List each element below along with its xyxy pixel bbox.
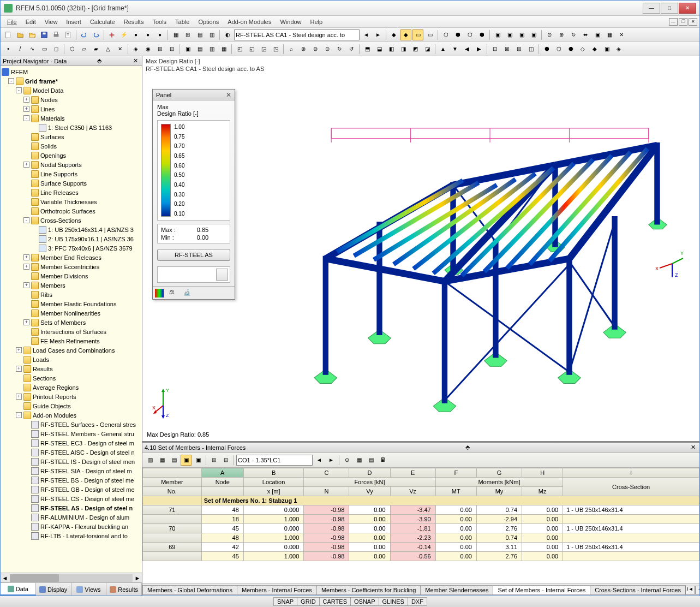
calc-icon[interactable] (106, 29, 117, 40)
tool-icon[interactable]: ◀ (462, 44, 472, 55)
t-tool-icon[interactable]: ▣ (193, 455, 204, 466)
tree-item[interactable]: Guide Objects (1, 401, 142, 410)
expand-icon[interactable]: + (23, 282, 29, 288)
tool-icon[interactable]: ▣ (504, 29, 515, 40)
tool-icon[interactable]: ▥ (206, 29, 217, 40)
t-tool-icon[interactable]: ▤ (169, 455, 180, 466)
table-close-icon[interactable]: ✕ (689, 444, 697, 451)
panel-close-icon[interactable]: ✕ (226, 91, 231, 99)
tool-icon[interactable]: ◲ (258, 44, 269, 55)
tool-icon[interactable]: ● (154, 29, 165, 40)
open-icon[interactable] (15, 29, 26, 40)
tree-item[interactable]: +Printout Reports (1, 392, 142, 401)
tree-item[interactable]: Solids (1, 141, 142, 151)
tree-item[interactable]: -Materials (1, 114, 142, 123)
tool-icon[interactable]: ↻ (334, 44, 345, 55)
tool-icon[interactable]: ▭ (424, 29, 435, 40)
tree-root[interactable]: RFEM (1, 67, 142, 76)
status-osnap[interactable]: OSNAP (350, 597, 379, 606)
tree-item[interactable]: Member Nonlinearities (1, 308, 142, 318)
table-tab[interactable]: Members - Global Deformations (142, 585, 237, 595)
filter-icon[interactable]: 🔬 (183, 289, 192, 297)
tab-prev-icon[interactable]: ◄ (695, 586, 699, 594)
report-icon[interactable] (63, 29, 74, 40)
table-tab[interactable]: Cross-Sections - Internal Forces (590, 585, 686, 595)
tool-icon[interactable]: ▥ (206, 44, 217, 55)
collapse-icon[interactable]: - (8, 78, 14, 84)
tool-icon[interactable]: ▣ (528, 29, 539, 40)
tool-icon[interactable]: ⊙ (544, 29, 555, 40)
tree-item[interactable]: FE Mesh Refinements (1, 336, 142, 346)
menu-insert[interactable]: Insert (62, 17, 86, 26)
tree-item[interactable]: Line Supports (1, 169, 142, 178)
tree-item[interactable]: +Member Eccentricities (1, 262, 142, 271)
t-tool-icon[interactable]: ⊟ (220, 455, 231, 466)
tool-icon[interactable]: ▣ (601, 44, 612, 55)
tool-icon[interactable]: ▦ (604, 29, 615, 40)
tool-icon[interactable]: ↺ (346, 44, 357, 55)
tool-icon[interactable]: ◈ (130, 44, 141, 55)
tool-icon[interactable]: ◨ (398, 44, 409, 55)
menu-tools[interactable]: Tools (148, 17, 171, 26)
open-folder-icon[interactable] (27, 29, 38, 40)
tool-icon[interactable]: ▭ (39, 44, 50, 55)
tool-icon[interactable]: ◉ (142, 44, 153, 55)
nav-hscroll[interactable]: ◄ ► (1, 573, 142, 582)
status-grid[interactable]: GRID (297, 597, 320, 606)
load-combo[interactable] (236, 455, 313, 466)
tool-icon[interactable]: ◩ (410, 44, 421, 55)
menu-file[interactable]: File (3, 17, 21, 26)
expand-icon[interactable]: - (23, 115, 29, 121)
tree-addon[interactable]: RF-STEEL SIA - Design of steel m (1, 466, 142, 475)
nav-pin-icon[interactable]: ⬘ (95, 57, 103, 64)
tool-icon[interactable]: ⊞ (513, 44, 524, 55)
menu-help[interactable]: Help (306, 17, 327, 26)
panel-tool-icon[interactable] (216, 269, 228, 281)
tree-leaf[interactable]: 2: UB 175x90x16.1 | AS/NZS 36 (1, 234, 142, 243)
save-icon[interactable] (39, 29, 50, 40)
panel-titlebar[interactable]: Panel ✕ (153, 90, 235, 100)
menu-calculate[interactable]: Calculate (86, 17, 119, 26)
tree-item[interactable]: +Member End Releases (1, 253, 142, 262)
status-cartes[interactable]: CARTES (319, 597, 351, 606)
tree-leaf[interactable]: 1: Steel C350 | AS 1163 (1, 123, 142, 132)
tool-icon[interactable]: ● (130, 29, 141, 40)
tree-item[interactable]: Ribs (1, 290, 142, 299)
tool-icon[interactable]: ∿ (27, 44, 38, 55)
tool-icon[interactable]: ▣ (592, 29, 603, 40)
undo-icon[interactable] (79, 29, 89, 40)
navtab-views[interactable]: Views (71, 583, 107, 596)
tree-item[interactable]: +Results (1, 364, 142, 373)
table-grid[interactable]: ABCDEFGHIMemberNodeLocationForces [kN]Mo… (142, 468, 699, 584)
tool-icon[interactable]: ◧ (386, 44, 397, 55)
rf-steel-button[interactable]: RF-STEEL AS (157, 249, 230, 261)
tree-addon[interactable]: RF-STEEL AISC - Design of steel n (1, 448, 142, 457)
tree-addon[interactable]: RF-STEEL EC3 - Design of steel m (1, 438, 142, 448)
tree-item[interactable]: Intersections of Surfaces (1, 327, 142, 336)
tool-icon[interactable]: ⬡ (553, 44, 564, 55)
new-icon[interactable] (3, 29, 14, 40)
tool-icon[interactable]: ⬢ (452, 29, 463, 40)
tool-icon[interactable]: ⊡ (489, 44, 500, 55)
tree-addon[interactable]: RF-ALUMINIUM - Design of alum (1, 513, 142, 522)
prev-icon[interactable]: ◄ (361, 29, 372, 40)
tool-icon[interactable]: ⊟ (166, 44, 177, 55)
table-tab[interactable]: Member Slendernesses (420, 585, 493, 595)
t-tool-icon[interactable]: ▤ (366, 455, 376, 466)
tree-item[interactable]: Member Divisions (1, 271, 142, 281)
tool-icon[interactable]: ◫ (525, 44, 536, 55)
table-tab[interactable]: Members - Coefficients for Buckling (316, 585, 421, 595)
tree-item[interactable]: +Load Cases and Combinations (1, 346, 142, 355)
maximize-button[interactable]: □ (661, 3, 678, 14)
tool-icon[interactable]: ⊙ (322, 44, 333, 55)
palette-icon[interactable] (155, 289, 164, 297)
tool-icon[interactable]: ◈ (613, 44, 624, 55)
table-pin-icon[interactable]: ⬘ (464, 444, 471, 451)
print-icon[interactable] (51, 29, 62, 40)
table-tab-active[interactable]: Set of Members - Internal Forces (493, 585, 590, 595)
status-dxf[interactable]: DXF (408, 597, 427, 606)
tool-icon[interactable]: ◪ (422, 44, 433, 55)
tree-addon[interactable]: RF-LTB - Lateral-torsional and to (1, 531, 142, 540)
expand-icon[interactable]: + (23, 254, 29, 260)
tool-icon[interactable]: ▲ (438, 44, 448, 55)
